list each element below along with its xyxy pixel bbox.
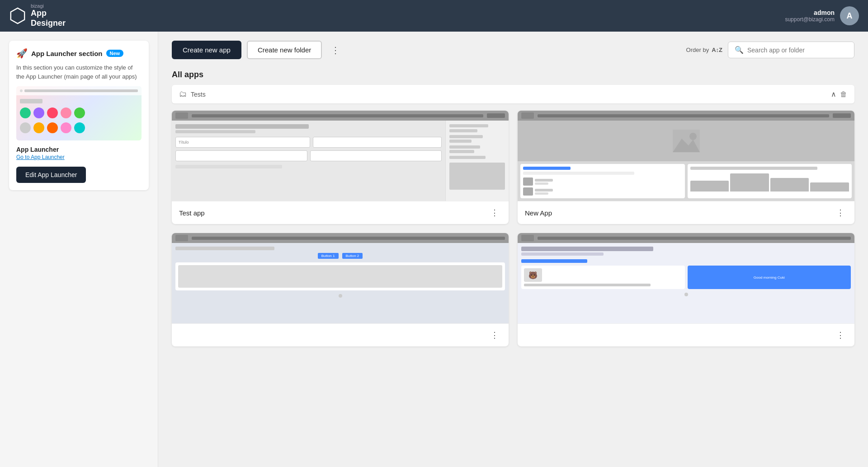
app-card-test-app: Título: [172, 111, 509, 224]
app-name-new-app: New App: [525, 209, 834, 217]
preview-icon-8: [47, 122, 58, 133]
preview-text: [20, 99, 42, 103]
card-title: App Launcher section: [31, 50, 103, 57]
main-layout: 🚀 App Launcher section New In this secti…: [0, 32, 868, 467]
app-preview-3: Button 1 Button 2: [172, 233, 509, 323]
app-more-button-test-app[interactable]: ⋮: [488, 207, 501, 219]
app-name-test-app: Test app: [179, 209, 488, 217]
folder-icon: 🗂: [179, 89, 187, 99]
app-card-footer-4: ⋮: [518, 323, 854, 346]
preview-icon-3: [47, 107, 58, 118]
go-to-app-launcher-link[interactable]: Go to App Launcher: [16, 154, 142, 160]
order-by-label: Order by: [686, 47, 709, 53]
preview-icon-row-2: [20, 122, 138, 133]
preview-topbar: [16, 86, 142, 95]
content-toolbar: Create new app Create new folder ⋮ Order…: [172, 41, 854, 59]
preview-icon-row: [20, 107, 138, 118]
logo-icon: [9, 7, 26, 24]
preview-icon-1: [20, 107, 31, 118]
preview-dot-1: [20, 89, 23, 92]
user-email: support@bizagi.com: [785, 16, 835, 23]
svg-point-3: [689, 133, 697, 140]
app-more-button-3[interactable]: ⋮: [488, 329, 501, 341]
apps-grid: Título: [172, 111, 854, 346]
avatar[interactable]: A: [840, 6, 859, 25]
preview-icons: [16, 95, 142, 137]
preview-icon-2: [33, 107, 44, 118]
edit-app-launcher-button[interactable]: Edit App Launcher: [16, 167, 86, 183]
preview-icon-7: [33, 122, 44, 133]
folder-name: Tests: [191, 91, 827, 98]
app-header: bizagi AppDesigner admon support@bizagi.…: [0, 0, 868, 32]
logo-text: bizagi AppDesigner: [31, 4, 66, 28]
app-launcher-label: App Launcher: [16, 146, 142, 153]
app-launcher-card: 🚀 App Launcher section New In this secti…: [9, 41, 149, 190]
order-by: Order by A↕Z: [686, 47, 722, 53]
preview-icon-4: [61, 107, 71, 118]
preview-bar: [24, 89, 138, 92]
app-more-button-new-app[interactable]: ⋮: [834, 207, 847, 219]
app-card-4: 🐻 Good morning Cuki: [518, 233, 854, 346]
app-card-footer-test-app: Test app ⋮: [172, 201, 509, 224]
create-new-folder-button[interactable]: Create new folder: [247, 41, 322, 59]
app-more-button-4[interactable]: ⋮: [834, 329, 847, 341]
tests-folder[interactable]: 🗂 Tests ∧ 🗑: [172, 85, 854, 103]
rocket-icon: 🚀: [16, 48, 28, 59]
search-icon: 🔍: [735, 46, 744, 54]
sidebar: 🚀 App Launcher section New In this secti…: [0, 32, 158, 467]
app-preview-new-app: [518, 111, 854, 201]
preview-icon-10: [74, 122, 85, 133]
svg-marker-0: [11, 8, 24, 23]
preview-icon-9: [61, 122, 71, 133]
card-header: 🚀 App Launcher section New: [16, 48, 142, 59]
app-card-footer-new-app: New App ⋮: [518, 201, 854, 224]
app-card-3: Button 1 Button 2: [172, 233, 509, 346]
card-description: In this section you can customize the st…: [16, 63, 142, 81]
brand-name: bizagi: [31, 4, 66, 9]
search-input[interactable]: [747, 47, 848, 54]
app-launcher-preview: [16, 86, 142, 140]
preview-icon-6: [20, 122, 31, 133]
main-content: Create new app Create new folder ⋮ Order…: [158, 32, 868, 467]
app-preview-4: 🐻 Good morning Cuki: [518, 233, 854, 323]
az-sort-icon[interactable]: A↕Z: [712, 47, 722, 53]
user-info: admon support@bizagi.com: [785, 9, 835, 23]
app-card-footer-3: ⋮: [172, 323, 509, 346]
app-card-new-app: New App ⋮: [518, 111, 854, 224]
create-new-app-button[interactable]: Create new app: [172, 41, 241, 59]
search-box[interactable]: 🔍: [728, 42, 854, 58]
preview-icon-5: [74, 107, 85, 118]
folder-chevron-up-icon[interactable]: ∧: [831, 90, 836, 98]
more-options-button[interactable]: ⋮: [327, 43, 344, 57]
new-badge: New: [106, 50, 124, 57]
logo: bizagi AppDesigner: [9, 4, 66, 28]
product-name: AppDesigner: [31, 9, 66, 28]
all-apps-title: All apps: [172, 70, 854, 79]
user-name: admon: [785, 9, 835, 16]
user-menu[interactable]: admon support@bizagi.com A: [785, 6, 859, 25]
app-preview-test-app: Título: [172, 111, 509, 201]
folder-delete-icon[interactable]: 🗑: [840, 90, 847, 98]
